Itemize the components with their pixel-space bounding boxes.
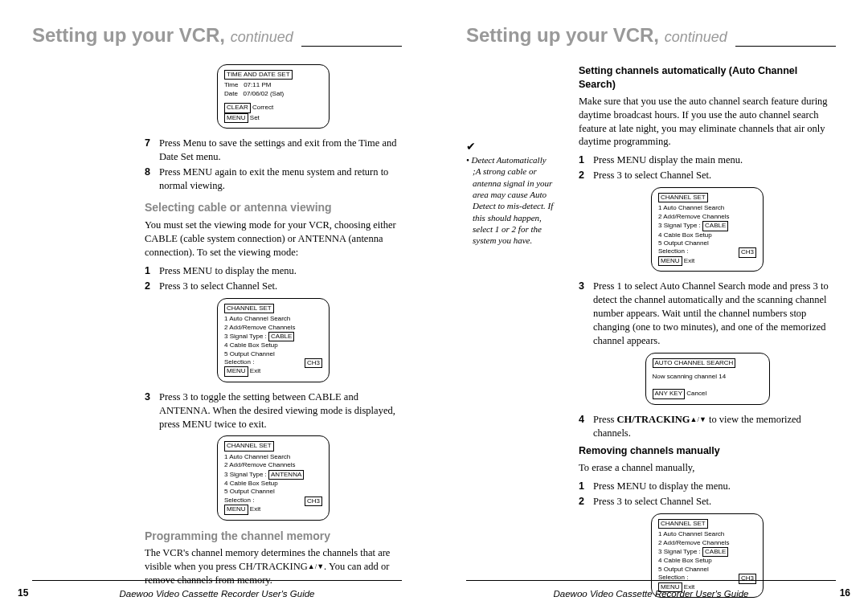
- title-main: Setting up your VCR,: [32, 24, 225, 46]
- sidebar-col: ✔ • Detect Automatically ;A strong cable…: [466, 59, 563, 606]
- title-row: Setting up your VCR, continued: [466, 24, 836, 50]
- title-continued: continued: [231, 29, 293, 45]
- up-down-icon: ▲/▼: [308, 562, 324, 570]
- step-8: 8 Press MENU again to exit the menu syst…: [145, 166, 402, 193]
- para: You must set the viewing mode for your V…: [145, 219, 402, 260]
- step-4: 4 Press CH/TRACKING▲/▼ to view the memor…: [579, 413, 836, 440]
- check-icon: ✔: [466, 141, 476, 153]
- content-right: ✔ • Detect Automatically ;A strong cable…: [466, 59, 836, 606]
- para: To erase a channel manually,: [579, 461, 836, 475]
- screen-auto-search: AUTO CHANNEL SEARCH Now scanning channel…: [645, 353, 770, 405]
- page-title: Setting up your VCR, continued: [466, 24, 727, 47]
- page-title: Setting up your VCR, continued: [32, 24, 293, 47]
- screen-channel-set: CHANNEL SET 1 Auto Channel Search 2 Add/…: [651, 187, 764, 272]
- main-col: Setting channels automatically (Auto Cha…: [579, 59, 836, 606]
- screen-title: TIME AND DATE SET: [224, 70, 293, 80]
- title-row: Setting up your VCR, continued: [32, 24, 402, 50]
- footer-rule: [32, 580, 402, 581]
- para-programming: The VCR's channel memory determines the …: [145, 546, 402, 587]
- sidebar-col: [32, 59, 129, 597]
- page-right: Setting up your VCR, continued ✔ • Detec…: [434, 0, 868, 613]
- subhead-selecting: Selecting cable or antenna viewing: [145, 200, 402, 215]
- footer-text: Daewoo Video Cassette Recorder User's Gu…: [120, 589, 315, 599]
- page-number: 15: [18, 587, 28, 599]
- page-number: 16: [840, 587, 850, 599]
- para: Make sure that you use the auto channel …: [579, 95, 836, 149]
- screen-channel-set-antenna: CHANNEL SET 1 Auto Channel Search 2 Add/…: [217, 435, 330, 520]
- footer-rule: [466, 580, 836, 581]
- step-7: 7 Press Menu to save the settings and ex…: [145, 137, 402, 164]
- subhead-removing: Removing channels manually: [579, 444, 836, 458]
- sidebar-body: ;A strong cable or antenna signal in you…: [473, 166, 563, 246]
- title-rule: [301, 46, 402, 47]
- main-col: TIME AND DATE SET Time 07:11 PM Date 07/…: [145, 59, 402, 597]
- content-left: TIME AND DATE SET Time 07:11 PM Date 07/…: [32, 59, 402, 597]
- screen-channel-set-bottom: CHANNEL SET 1 Auto Channel Search 2 Add/…: [651, 513, 764, 598]
- title-rule: [735, 46, 836, 47]
- subhead-auto-search: Setting channels automatically (Auto Cha…: [579, 64, 836, 92]
- up-down-icon: ▲/▼: [690, 415, 706, 423]
- footer-text: Daewoo Video Cassette Recorder User's Gu…: [554, 589, 749, 599]
- screen-time-date: TIME AND DATE SET Time 07:11 PM Date 07/…: [217, 64, 330, 129]
- sidebar-head: Detect Automatically: [472, 155, 547, 165]
- screen-channel-set-cable: CHANNEL SET 1 Auto Channel Search 2 Add/…: [217, 298, 330, 382]
- page-left: Setting up your VCR, continued TIME AND …: [0, 0, 434, 613]
- subhead-programming: Programming the channel memory: [145, 529, 402, 544]
